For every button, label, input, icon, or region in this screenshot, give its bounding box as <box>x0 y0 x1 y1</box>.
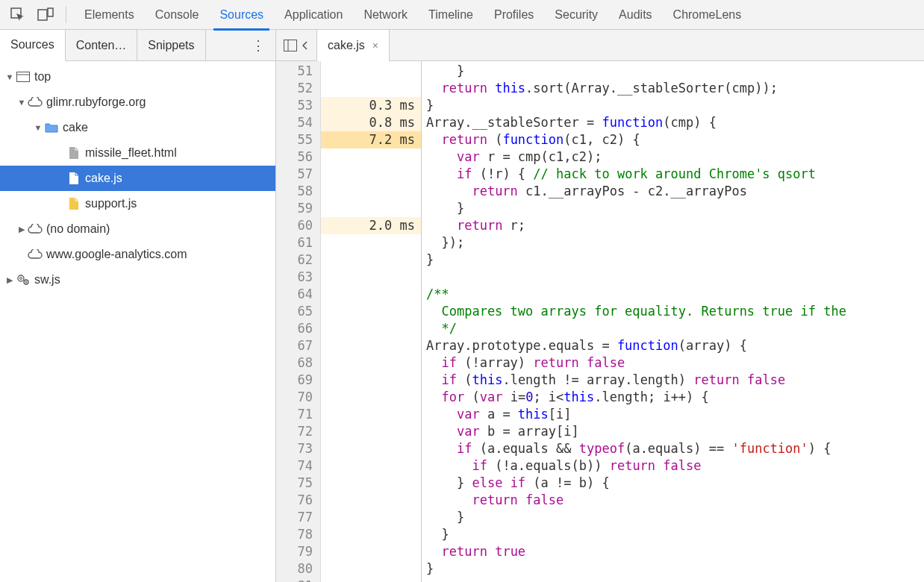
line-number[interactable]: 57 <box>276 166 320 183</box>
code-line[interactable]: var r = cmp(c1,c2); <box>426 148 924 166</box>
line-number[interactable]: 73 <box>276 440 320 457</box>
tab-elements[interactable]: Elements <box>74 0 145 30</box>
tree-item-glimr-rubyforge-org[interactable]: ▼glimr.rubyforge.org <box>0 90 275 115</box>
line-number[interactable]: 78 <box>276 526 320 543</box>
code-line[interactable]: } <box>426 97 924 114</box>
line-number[interactable]: 76 <box>276 492 320 509</box>
tab-timeline[interactable]: Timeline <box>418 0 484 30</box>
code-line[interactable]: }); <box>426 234 924 251</box>
code-line[interactable]: } <box>426 560 924 578</box>
code-line[interactable]: Array.__stableSorter = function(cmp) { <box>426 114 924 131</box>
toggle-navigator-icon[interactable] <box>276 30 317 61</box>
tab-chromelens[interactable]: ChromeLens <box>663 0 752 30</box>
line-number[interactable]: 79 <box>276 543 320 560</box>
code-line[interactable]: return c1.__arrayPos - c2.__arrayPos <box>426 183 924 200</box>
code-editor[interactable]: 5152535455565758596061626364656667686970… <box>276 61 924 582</box>
tree-item-cake[interactable]: ▼cake <box>0 115 275 140</box>
tab-security[interactable]: Security <box>544 0 608 30</box>
tree-item-missile-fleet-html[interactable]: missile_fleet.html <box>0 140 275 166</box>
code-line[interactable]: */ <box>426 320 924 337</box>
tree-item--no-domain-[interactable]: ▶(no domain) <box>0 216 275 242</box>
device-icon[interactable] <box>33 4 58 25</box>
code-line[interactable]: } <box>426 526 924 543</box>
tree-item-www-google-analytics-com[interactable]: www.google-analytics.com <box>0 242 275 267</box>
code-line[interactable]: return this.sort(Array.__stableSorter(cm… <box>426 80 924 97</box>
line-number[interactable]: 70 <box>276 389 320 406</box>
line-number[interactable]: 77 <box>276 509 320 526</box>
line-number[interactable]: 66 <box>276 320 320 337</box>
line-number[interactable]: 60 <box>276 217 320 234</box>
code-line[interactable]: if (this.length != array.length) return … <box>426 372 924 389</box>
code-line[interactable]: /** <box>426 286 924 303</box>
tree-arrow-icon[interactable]: ▶ <box>16 225 27 234</box>
line-number[interactable]: 58 <box>276 183 320 200</box>
line-number[interactable]: 54 <box>276 114 320 131</box>
line-number[interactable]: 69 <box>276 372 320 389</box>
line-number[interactable]: 81 <box>276 578 320 582</box>
tab-network[interactable]: Network <box>353 0 418 30</box>
line-number[interactable]: 53 <box>276 97 320 114</box>
timing-cell <box>321 183 421 200</box>
line-number[interactable]: 74 <box>276 457 320 475</box>
tab-console[interactable]: Console <box>145 0 210 30</box>
code-line[interactable]: return false <box>426 492 924 509</box>
line-number[interactable]: 68 <box>276 354 320 372</box>
code-line[interactable]: } else if (a != b) { <box>426 475 924 492</box>
line-number[interactable]: 72 <box>276 423 320 440</box>
code-line[interactable] <box>426 578 924 582</box>
tree-arrow-icon[interactable]: ▼ <box>33 123 43 132</box>
file-tab-cake-js[interactable]: cake.js × <box>317 30 390 61</box>
timing-gutter: 0.3 ms0.8 ms7.2 ms2.0 ms <box>321 61 422 582</box>
code-line[interactable]: Array.prototype.equals = function(array)… <box>426 337 924 354</box>
timing-cell <box>321 440 421 457</box>
tree-item-support-js[interactable]: support.js <box>0 191 275 216</box>
sidebar-tab-sources[interactable]: Sources <box>0 30 66 61</box>
code-line[interactable]: } <box>426 200 924 217</box>
tree-arrow-icon[interactable]: ▶ <box>4 275 15 285</box>
line-number[interactable]: 80 <box>276 560 320 578</box>
tab-profiles[interactable]: Profiles <box>484 0 544 30</box>
line-number[interactable]: 65 <box>276 303 320 320</box>
code-line[interactable]: } <box>426 63 924 80</box>
tab-audits[interactable]: Audits <box>608 0 662 30</box>
code-line[interactable]: var b = array[i] <box>426 423 924 440</box>
code-line[interactable] <box>426 269 924 286</box>
line-number[interactable]: 55 <box>276 131 320 148</box>
close-icon[interactable]: × <box>372 40 378 51</box>
line-number[interactable]: 75 <box>276 475 320 492</box>
code-line[interactable]: if (!array) return false <box>426 354 924 372</box>
tree-arrow-icon[interactable]: ▼ <box>16 98 27 107</box>
code-line[interactable]: return (function(c1, c2) { <box>426 131 924 148</box>
code-line[interactable]: if (a.equals && typeof(a.equals) == 'fun… <box>426 440 924 457</box>
sidebar-tab-conten[interactable]: Conten… <box>66 30 138 61</box>
line-number[interactable]: 52 <box>276 80 320 97</box>
line-number[interactable]: 61 <box>276 234 320 251</box>
line-number[interactable]: 67 <box>276 337 320 354</box>
tree-item-sw-js[interactable]: ▶sw.js <box>0 267 275 292</box>
select-element-icon[interactable] <box>6 4 30 25</box>
line-number[interactable]: 56 <box>276 148 320 166</box>
line-number[interactable]: 59 <box>276 200 320 217</box>
code-content[interactable]: } return this.sort(Array.__stableSorter(… <box>422 61 924 582</box>
code-line[interactable]: var a = this[i] <box>426 406 924 423</box>
code-line[interactable]: return true <box>426 543 924 560</box>
tree-item-top[interactable]: ▼top <box>0 64 275 90</box>
tree-item-cake-js[interactable]: cake.js <box>0 166 275 191</box>
sidebar-tab-snippets[interactable]: Snippets <box>137 30 205 61</box>
tab-application[interactable]: Application <box>274 0 353 30</box>
code-line[interactable]: } <box>426 509 924 526</box>
code-line[interactable]: if (!r) { // hack to work around Chrome'… <box>426 166 924 183</box>
code-line[interactable]: Compares two arrays for equality. Return… <box>426 303 924 320</box>
code-line[interactable]: if (!a.equals(b)) return false <box>426 457 924 475</box>
line-number[interactable]: 64 <box>276 286 320 303</box>
tab-sources[interactable]: Sources <box>209 0 274 30</box>
line-number[interactable]: 63 <box>276 269 320 286</box>
more-icon[interactable]: ⋮ <box>241 37 275 54</box>
code-line[interactable]: return r; <box>426 217 924 234</box>
code-line[interactable]: } <box>426 251 924 269</box>
line-number[interactable]: 51 <box>276 63 320 80</box>
tree-arrow-icon[interactable]: ▼ <box>4 72 15 81</box>
line-number[interactable]: 62 <box>276 251 320 269</box>
line-number[interactable]: 71 <box>276 406 320 423</box>
code-line[interactable]: for (var i=0; i<this.length; i++) { <box>426 389 924 406</box>
